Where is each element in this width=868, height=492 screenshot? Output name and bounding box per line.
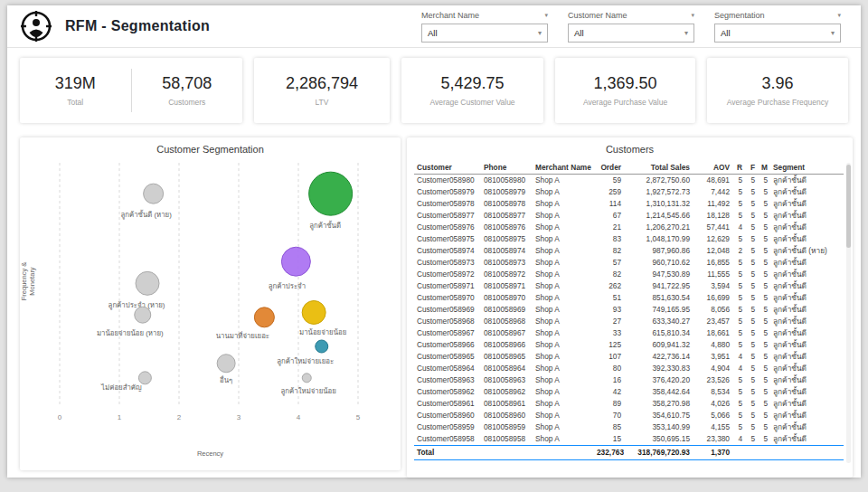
slicer-merchant-name: Merchant Name ▾ All ▾ — [421, 9, 548, 43]
scatter-bubble[interactable] — [217, 355, 235, 373]
column-header-m[interactable]: M — [758, 161, 770, 175]
scrollbar-thumb[interactable] — [846, 165, 851, 248]
table-cell: 4,155 — [693, 421, 732, 433]
table-cell: 5 — [732, 186, 745, 198]
table-row[interactable]: Customer0589670810058967Shop A33615,810.… — [414, 327, 844, 339]
scatter-bubble[interactable] — [135, 307, 151, 323]
table-row[interactable]: Customer0589630810058963Shop A16376,420.… — [414, 374, 844, 386]
scatter-bubble[interactable] — [302, 374, 311, 383]
table-cell: 5 — [758, 363, 770, 374]
table-cell: Shop A — [533, 210, 594, 222]
header-bar: RFM - Segmentation Merchant Name ▾ All ▾… — [7, 5, 861, 48]
collapse-chevron-icon[interactable]: ▾ — [837, 12, 841, 19]
table-row[interactable]: Customer0589690810058969Shop A93749,165.… — [414, 304, 844, 316]
table-cell: 12,629 — [693, 233, 732, 245]
scatter-bubble[interactable] — [138, 372, 151, 384]
table-cell: 59 — [594, 175, 624, 187]
table-cell: Customer058964 — [414, 363, 481, 374]
table-cell: 5 — [758, 280, 770, 292]
column-header-total-sales[interactable]: Total Sales — [624, 161, 693, 175]
table-cell: 5 — [758, 374, 770, 386]
table-cell: Customer058962 — [414, 386, 481, 398]
table-row[interactable]: Customer0589730810058973Shop A57960,710.… — [414, 257, 844, 269]
collapse-chevron-icon[interactable]: ▾ — [691, 12, 694, 19]
table-row[interactable]: Customer0589710810058971Shop A262941,722… — [414, 280, 844, 292]
table-cell: ลูกค้าชั้นดี — [770, 186, 844, 198]
slicer-customer-label: Customer Name — [568, 11, 627, 20]
table-cell: 93 — [594, 304, 624, 316]
table-cell: 5 — [745, 233, 758, 245]
table-cell: 0810058979 — [481, 186, 533, 198]
table-cell: Shop A — [533, 198, 594, 210]
table-row[interactable]: Customer0589590810058959Shop A85353,140.… — [414, 421, 844, 433]
collapse-chevron-icon[interactable]: ▾ — [544, 12, 548, 19]
column-header-aov[interactable]: AOV — [693, 161, 732, 175]
table-cell: 609,941.32 — [624, 339, 693, 351]
slicer-merchant-dropdown[interactable]: All ▾ — [421, 24, 548, 43]
table-cell: ลูกค้าชั้นดี — [770, 304, 844, 316]
table-cell: 5 — [758, 398, 770, 410]
table-scrollbar — [846, 163, 851, 463]
bubble-label: ลูกค้าใหม่จ่ายเยอะ — [277, 357, 334, 366]
table-cell: Customer058968 — [414, 316, 481, 327]
table-row[interactable]: Customer0589700810058970Shop A51851,630.… — [414, 292, 844, 304]
column-header-segment[interactable]: Segment — [770, 161, 844, 175]
table-row[interactable]: Customer0589720810058972Shop A82947,530.… — [414, 269, 844, 280]
x-tick-label: 2 — [177, 413, 182, 421]
table-row[interactable]: Customer0589640810058964Shop A80392,330.… — [414, 363, 844, 374]
kpi-card-total-customers: 319M Total 58,708 Customers — [20, 58, 242, 123]
bubble-label: มาน้อยจ่ายน้อย (หาย) — [97, 329, 164, 337]
table-cell: Customer058975 — [414, 233, 481, 245]
table-row[interactable]: Customer0589600810058960Shop A70354,610.… — [414, 410, 844, 421]
scatter-bubble[interactable] — [302, 300, 326, 324]
table-row[interactable]: Customer0589660810058966Shop A125609,941… — [414, 339, 844, 351]
table-row[interactable]: Customer0589800810058980Shop A592,872,75… — [414, 175, 844, 187]
column-header-order[interactable]: Order — [594, 161, 624, 175]
table-cell: 15 — [594, 433, 624, 446]
scatter-bubble[interactable] — [254, 308, 274, 327]
table-cell: Shop A — [533, 233, 594, 245]
table-cell: 2 — [732, 245, 745, 257]
kpi-apf-value: 3.96 — [761, 74, 793, 93]
table-cell: 422,736.14 — [624, 351, 693, 363]
table-row[interactable]: Customer0589760810058976Shop A211,206,27… — [414, 222, 844, 233]
slicer-customer-value: All — [574, 28, 584, 38]
table-row[interactable]: Customer0589650810058965Shop A107422,736… — [414, 351, 844, 363]
column-header-phone[interactable]: Phone — [481, 161, 533, 175]
kpi-apf-label: Average Purchase Frequency — [727, 98, 828, 107]
table-cell: 5 — [758, 269, 770, 280]
scatter-bubble[interactable] — [316, 340, 328, 353]
table-cell: 987,960.86 — [624, 245, 693, 257]
slicer-segmentation-dropdown[interactable]: All ▾ — [714, 24, 841, 43]
scatter-bubble[interactable] — [144, 184, 164, 203]
column-header-merchant-name[interactable]: Merchant Name — [533, 161, 594, 175]
table-cell: 1,310,131.32 — [624, 198, 693, 210]
table-row[interactable]: Customer0589620810058962Shop A42358,442.… — [414, 386, 844, 398]
column-header-r[interactable]: R — [732, 161, 745, 175]
table-cell: ลูกค้าชั้นดี (หาย) — [770, 245, 844, 257]
column-header-f[interactable]: F — [745, 161, 758, 175]
table-row[interactable]: Customer0589770810058977Shop A671,214,54… — [414, 210, 844, 222]
scatter-bubble[interactable] — [281, 247, 310, 276]
scatter-bubble[interactable] — [136, 271, 159, 295]
table-cell: 0810058980 — [481, 175, 533, 187]
table-cell: 0810058977 — [481, 210, 533, 222]
table-row[interactable]: Customer0589750810058975Shop A831,048,17… — [414, 233, 844, 245]
slicer-customer-header: Customer Name ▾ — [568, 9, 694, 22]
dashboard-canvas: RFM - Segmentation Merchant Name ▾ All ▾… — [7, 5, 861, 478]
slicer-customer-dropdown[interactable]: All ▾ — [568, 24, 694, 43]
table-row[interactable]: Customer0589580810058958Shop A15350,695.… — [414, 433, 844, 446]
table-row[interactable]: Customer0589780810058978Shop A1141,310,1… — [414, 198, 844, 210]
table-cell: 5 — [745, 410, 758, 421]
table-title: Customers — [407, 137, 853, 155]
table-cell: 5 — [732, 374, 745, 386]
table-row[interactable]: Customer0589740810058974Shop A82987,960.… — [414, 245, 844, 257]
customers-table-panel: Customers CustomerPhoneMerchant NameOrde… — [407, 137, 853, 478]
scatter-bubble[interactable] — [309, 172, 353, 215]
table-row[interactable]: Customer0589790810058979Shop A2591,927,5… — [414, 186, 844, 198]
column-header-customer[interactable]: Customer — [414, 161, 481, 175]
table-cell: ลูกค้าชั้นดี — [770, 339, 844, 351]
table-row[interactable]: Customer0589610810058961Shop A89358,270.… — [414, 398, 844, 410]
table-cell: 5 — [758, 327, 770, 339]
table-row[interactable]: Customer0589680810058968Shop A27633,340.… — [414, 316, 844, 327]
